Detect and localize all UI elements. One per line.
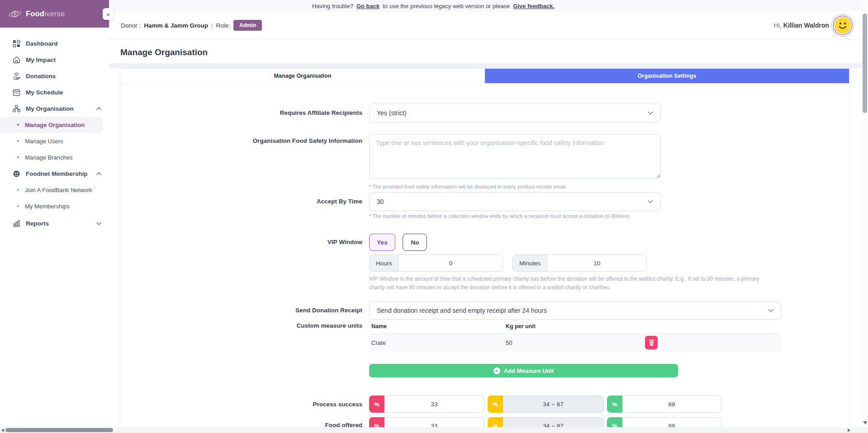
bullet-icon xyxy=(17,156,19,158)
divider-strip xyxy=(109,63,862,68)
vip-hours-input[interactable] xyxy=(399,255,503,271)
chevron-down-icon xyxy=(768,309,773,312)
app-logo: Foodiverse xyxy=(0,0,109,28)
dashboard-icon xyxy=(12,39,20,47)
accept-by-time-label: Accept By Time xyxy=(120,192,362,219)
measure-unit-kg: 50 xyxy=(506,339,512,346)
sidebar-item-donations[interactable]: Donations xyxy=(0,68,109,84)
impact-icon xyxy=(12,56,20,64)
process-success-high-input[interactable] xyxy=(622,395,721,413)
column-header-kg: Kg per unit xyxy=(506,323,536,329)
vip-window-label: VIP Window xyxy=(120,234,362,292)
requires-affiliate-row: Requires Affiliate Recipients Yes (stric… xyxy=(120,104,661,122)
vip-window-row: VIP Window Yes No Hours Minutes VIP xyxy=(120,234,772,292)
horizontal-scrollbar[interactable] xyxy=(0,427,868,433)
vip-minutes-group: Minutes xyxy=(512,254,647,272)
percent-badge-pink: % xyxy=(369,395,384,413)
tab-organisation-settings[interactable]: Organisation Settings xyxy=(485,69,849,83)
sidebar-item-my-impact[interactable]: My Impact xyxy=(0,52,109,68)
requires-affiliate-select[interactable]: Yes (strict) xyxy=(369,104,661,122)
measure-units-header: Name Kg per unit xyxy=(369,322,781,334)
food-safety-textarea[interactable] xyxy=(369,134,661,179)
minutes-label: Minutes xyxy=(513,255,547,271)
settings-form: Requires Affiliate Recipients Yes (stric… xyxy=(120,84,849,433)
chevron-down-icon xyxy=(648,111,653,115)
legacy-banner: Having trouble? Go back to use the previ… xyxy=(0,0,868,12)
sidebar-nav: Dashboard My Impact Donations My Schedul… xyxy=(0,28,109,231)
add-measure-unit-button[interactable]: + Add Measure Unit xyxy=(369,364,678,377)
delete-measure-unit-button[interactable] xyxy=(645,336,658,349)
bullet-icon xyxy=(17,140,19,142)
send-receipt-label: Send Donation Receipt xyxy=(120,301,362,320)
send-receipt-row: Send Donation Receipt Send donation rece… xyxy=(120,301,781,320)
send-receipt-select[interactable]: Send donation receipt and send empty rec… xyxy=(369,301,781,320)
sidebar-item-join-foodbank-network[interactable]: Join A FoodBank Network xyxy=(0,182,109,198)
process-success-label: Process success xyxy=(120,401,362,408)
scroll-down-arrow-icon[interactable] xyxy=(863,421,868,424)
sidebar-item-reports[interactable]: Reports xyxy=(0,215,109,231)
scroll-left-arrow-icon[interactable] xyxy=(1,428,4,432)
vip-minutes-input[interactable] xyxy=(547,255,646,271)
process-success-low-input[interactable] xyxy=(384,395,484,413)
chevron-up-icon xyxy=(96,107,101,110)
plus-circle-icon: + xyxy=(493,367,500,374)
sidebar-item-manage-branches[interactable]: Manage Branches xyxy=(0,149,109,165)
process-success-mid-input[interactable] xyxy=(503,395,604,413)
reports-icon xyxy=(12,219,20,227)
sidebar-item-my-organisation[interactable]: My Organisation xyxy=(0,100,109,117)
process-success-low-group: % xyxy=(369,395,484,413)
requires-affiliate-value: Yes (strict) xyxy=(377,109,407,117)
tab-bar: Manage Organisation Organisation Setting… xyxy=(120,69,849,84)
trash-icon xyxy=(649,339,655,346)
measure-units-table: Name Kg per unit Crate 50 xyxy=(369,322,781,351)
user-name: Killian Waldron xyxy=(783,22,829,29)
vertical-scrollbar[interactable] xyxy=(862,0,868,427)
accept-by-time-value: 30 xyxy=(377,198,384,205)
tab-manage-organisation[interactable]: Manage Organisation xyxy=(120,69,485,83)
sidebar-item-my-schedule[interactable]: My Schedule xyxy=(0,84,109,100)
sidebar-item-dashboard[interactable]: Dashboard xyxy=(0,35,109,52)
bullet-icon xyxy=(17,189,19,191)
column-header-name: Name xyxy=(371,323,506,329)
donor-name: Hamm & Jamm Group xyxy=(144,22,208,29)
process-success-mid-group: % xyxy=(488,395,604,413)
accept-by-time-select[interactable]: 30 xyxy=(369,192,661,211)
vip-no-button[interactable]: No xyxy=(403,234,427,251)
logo-text: Foodiverse xyxy=(26,9,65,18)
scroll-right-arrow-icon[interactable] xyxy=(848,428,850,432)
separator: | xyxy=(211,22,213,29)
vertical-scrollbar-thumb[interactable] xyxy=(863,14,867,113)
measure-unit-name: Crate xyxy=(371,339,506,346)
sidebar-item-my-memberships[interactable]: My Memberships xyxy=(0,198,109,214)
sidebar-item-manage-users[interactable]: Manage Users xyxy=(0,133,109,149)
chevron-up-icon xyxy=(96,172,101,175)
process-success-high-group: % xyxy=(607,395,721,413)
food-safety-label: Organisation Food Safety Information xyxy=(120,134,362,189)
banner-text: Having trouble? xyxy=(312,3,353,9)
sidebar-item-foodnet-membership[interactable]: Foodnet Membership xyxy=(0,165,109,182)
bullet-icon xyxy=(17,205,19,207)
sidebar-item-manage-organisation[interactable]: Manage Organisation xyxy=(0,117,103,133)
hours-label: Hours xyxy=(370,255,399,271)
title-section: Manage Organisation xyxy=(109,40,862,63)
sidebar-collapse-button[interactable]: « xyxy=(103,8,114,20)
requires-affiliate-label: Requires Affiliate Recipients xyxy=(120,104,362,122)
page-title: Manage Organisation xyxy=(109,40,862,57)
percent-badge-green: % xyxy=(607,395,622,413)
go-back-link[interactable]: Go back xyxy=(356,3,379,9)
user-avatar[interactable] xyxy=(835,17,851,33)
smiley-face-icon xyxy=(835,17,851,33)
membership-icon xyxy=(12,169,20,178)
sidebar: Foodiverse Dashboard My Impact Donations xyxy=(0,0,109,433)
organisation-icon xyxy=(12,104,20,113)
accept-by-time-helper: * The number of minutes before a collect… xyxy=(369,213,661,219)
bullet-icon xyxy=(17,124,19,126)
food-safety-helper: * The provided food safety information w… xyxy=(369,184,661,189)
vip-window-description: VIP Window is the amount of time that a … xyxy=(369,275,772,292)
horizontal-scrollbar-thumb[interactable] xyxy=(5,428,113,432)
donor-info: Donor : Hamm & Jamm Group | Role: Admin xyxy=(121,20,262,31)
give-feedback-link[interactable]: Give feedback. xyxy=(513,3,555,9)
planet-logo-icon xyxy=(8,9,22,19)
vip-yes-button[interactable]: Yes xyxy=(369,234,395,251)
chevron-down-icon xyxy=(96,222,101,225)
